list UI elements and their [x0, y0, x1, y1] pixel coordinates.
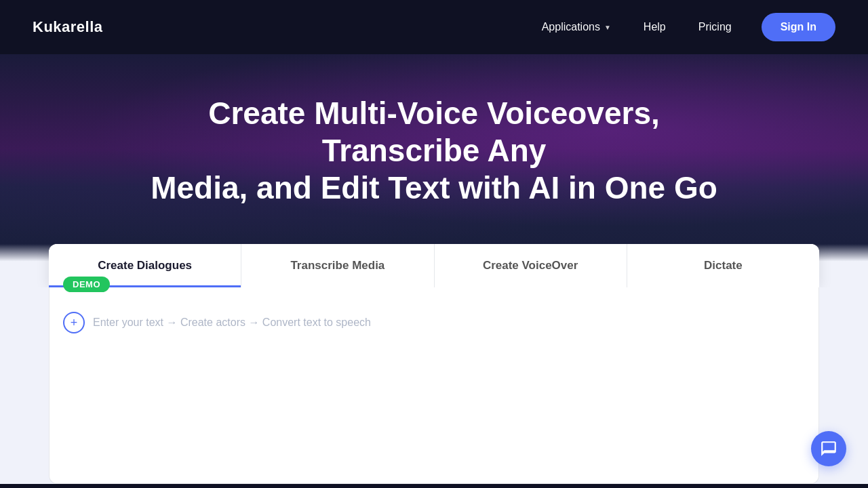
signin-button[interactable]: Sign In [762, 13, 835, 41]
pricing-label: Pricing [698, 21, 732, 33]
logo: Kukarella [33, 18, 103, 36]
tabs-wrapper: Create Dialogues Transcribe Media Create… [0, 244, 868, 287]
chat-button[interactable] [811, 431, 846, 466]
nav-pricing[interactable]: Pricing [685, 14, 745, 40]
chevron-down-icon: ▼ [604, 24, 611, 31]
tab-dictate[interactable]: Dictate [627, 244, 819, 287]
demo-section: DEMO + Enter your text → Create actors →… [0, 287, 868, 484]
demo-badge: DEMO [63, 277, 110, 292]
demo-placeholder: Enter your text → Create actors → Conver… [93, 317, 371, 329]
tab-transcribe-media[interactable]: Transcribe Media [241, 244, 434, 287]
tabs-container: Create Dialogues Transcribe Media Create… [49, 244, 819, 287]
chat-icon [820, 440, 837, 458]
help-label: Help [644, 21, 666, 33]
applications-label: Applications [542, 21, 600, 33]
demo-input-row: + Enter your text → Create actors → Conv… [63, 312, 805, 333]
navigation: Applications ▼ Help Pricing Sign In [528, 13, 835, 41]
tab-create-voiceover[interactable]: Create VoiceOver [435, 244, 627, 287]
nav-applications[interactable]: Applications ▼ [528, 14, 625, 40]
add-entry-button[interactable]: + [63, 312, 85, 333]
hero-title: Create Multi-Voice Voiceovers, Transcrib… [142, 95, 726, 207]
demo-card: DEMO + Enter your text → Create actors →… [49, 287, 819, 484]
header: Kukarella Applications ▼ Help Pricing Si… [0, 0, 868, 54]
nav-help[interactable]: Help [630, 14, 679, 40]
hero-section: Create Multi-Voice Voiceovers, Transcrib… [0, 54, 868, 244]
